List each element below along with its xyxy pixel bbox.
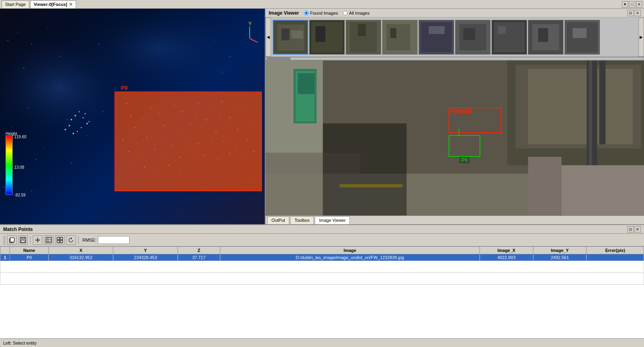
- mp-close-icon[interactable]: ✕: [634, 226, 641, 233]
- thumbnail-4[interactable]: [382, 20, 418, 55]
- svg-point-36: [73, 133, 74, 134]
- svg-point-77: [172, 145, 173, 146]
- float-icon[interactable]: ⊡: [627, 10, 634, 16]
- add-point-btn[interactable]: [33, 235, 42, 245]
- viewer-3d-panel[interactable]: P0 Y 119.60 Height 13.08 -92.59: [0, 9, 266, 224]
- col-image: Image: [220, 247, 480, 254]
- thumbnail-7[interactable]: [491, 20, 527, 55]
- cell-y-1: 234328.453: [113, 254, 178, 261]
- svg-point-29: [237, 88, 238, 88]
- table-view-btn[interactable]: [44, 235, 54, 245]
- svg-point-102: [201, 151, 203, 152]
- svg-point-90: [192, 151, 193, 152]
- thumb-scroll-left[interactable]: ◀: [266, 17, 271, 57]
- svg-rect-122: [358, 24, 366, 36]
- scale-min-label: -92.59: [14, 193, 25, 197]
- main-image-display[interactable]: Predict P0: [266, 61, 644, 215]
- close-icon[interactable]: ✕: [636, 1, 642, 8]
- svg-point-55: [158, 113, 159, 114]
- svg-point-48: [186, 99, 187, 100]
- predict-label: Predict: [450, 108, 472, 115]
- p0-detection-box: P0: [449, 135, 480, 157]
- maximize-icon[interactable]: □: [629, 1, 635, 8]
- thumb-img-3: [346, 20, 381, 54]
- svg-point-79: [198, 143, 199, 144]
- svg-rect-140: [573, 28, 587, 38]
- all-images-radio[interactable]: All Images: [343, 11, 369, 15]
- tab-viewer[interactable]: Viewer-0[Focus] ✕: [30, 0, 76, 8]
- thumb-img-6: [455, 20, 490, 54]
- thumbnail-3[interactable]: [346, 20, 381, 55]
- svg-point-11: [11, 127, 12, 128]
- svg-text:Y: Y: [248, 21, 252, 27]
- svg-point-13: [43, 147, 44, 148]
- svg-point-66: [176, 129, 177, 130]
- svg-rect-151: [528, 69, 633, 144]
- svg-point-18: [35, 159, 36, 160]
- found-images-radio-input[interactable]: [304, 11, 309, 15]
- svg-point-84: [259, 137, 260, 138]
- save-icon: [20, 237, 26, 243]
- match-points-section: Match Points ⊡ ✕: [0, 224, 644, 347]
- svg-point-68: [202, 127, 203, 128]
- tab-image-viewer[interactable]: Image Viewer: [315, 216, 350, 224]
- tab-start-page[interactable]: Start Page: [2, 0, 29, 8]
- svg-point-34: [69, 125, 70, 126]
- svg-point-9: [79, 80, 80, 80]
- thumbnail-2[interactable]: [309, 20, 345, 55]
- col-z: Z: [178, 247, 220, 254]
- scale-mid-label: 13.08: [14, 165, 24, 170]
- svg-point-87: [154, 149, 155, 150]
- thumb-img-2: [310, 20, 344, 54]
- svg-point-59: [206, 119, 207, 120]
- svg-rect-42: [115, 92, 262, 191]
- svg-rect-157: [298, 73, 314, 94]
- thumbnail-1[interactable]: [273, 20, 308, 55]
- table-row-empty: [0, 261, 644, 273]
- thumbnail-6[interactable]: [455, 20, 491, 55]
- table-row[interactable]: 1 P0 316132.952 234328.453 37.717 D:/dub…: [0, 254, 644, 261]
- save-btn[interactable]: [18, 235, 28, 245]
- thumbnail-scrollbar-thumb[interactable]: [267, 57, 290, 60]
- tab-close-icon[interactable]: ✕: [69, 2, 73, 7]
- svg-rect-166: [46, 237, 52, 243]
- svg-point-53: [130, 115, 132, 116]
- svg-point-10: [99, 44, 100, 45]
- thumb-scroll-right[interactable]: ▶: [638, 17, 644, 57]
- svg-point-65: [164, 125, 165, 126]
- mp-float-icon[interactable]: ⊡: [627, 226, 634, 233]
- svg-point-6: [23, 68, 25, 69]
- found-images-radio[interactable]: Found Images: [304, 11, 338, 15]
- main-area: P0 Y 119.60 Height 13.08 -92.59 Image Vi: [0, 9, 644, 224]
- toolbar-sep-2: [78, 236, 78, 244]
- svg-point-14: [67, 119, 68, 120]
- svg-point-32: [86, 123, 88, 124]
- thumbnail-8[interactable]: [528, 20, 564, 55]
- svg-point-80: [212, 137, 212, 138]
- top-tab-bar: Start Page Viewer-0[Focus] ✕ ▼ □ ✕: [0, 0, 644, 9]
- minimize-icon[interactable]: ▼: [622, 1, 628, 8]
- tab-toolbox[interactable]: Toolbox: [290, 216, 314, 224]
- svg-point-54: [142, 119, 143, 120]
- multi-view-btn[interactable]: [55, 235, 65, 245]
- rmse-input[interactable]: [98, 236, 130, 244]
- close-panel-icon[interactable]: ✕: [634, 10, 641, 16]
- thumb-img-7: [492, 20, 527, 54]
- copy-btn[interactable]: [7, 235, 17, 245]
- svg-point-91: [204, 155, 205, 156]
- svg-point-3: [17, 32, 18, 33]
- svg-rect-156: [528, 157, 562, 215]
- thumbnail-5[interactable]: [419, 20, 454, 55]
- right-panel: Image Viewer Found Images All Images ⊡ ✕: [266, 9, 644, 224]
- tab-output[interactable]: OutPut: [267, 216, 289, 224]
- svg-point-24: [31, 191, 32, 192]
- all-images-radio-input[interactable]: [343, 11, 348, 15]
- refresh-btn[interactable]: [66, 235, 76, 245]
- svg-point-56: [170, 117, 171, 118]
- thumbnail-9[interactable]: [564, 20, 600, 55]
- thumbnail-scrollbar[interactable]: [266, 57, 644, 60]
- p0-detection-label: P0: [459, 157, 469, 163]
- svg-point-43: [126, 103, 128, 105]
- svg-point-16: [103, 111, 104, 112]
- svg-point-27: [245, 32, 246, 33]
